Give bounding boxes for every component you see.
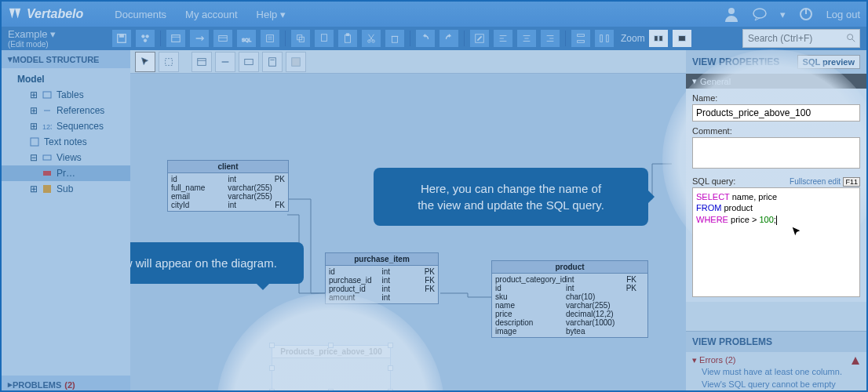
tree-views[interactable]: ⊟Views — [2, 150, 130, 165]
svg-text:123: 123 — [42, 123, 52, 131]
svg-rect-49 — [43, 171, 51, 176]
errors-header[interactable]: ▾ Errors (2) — [692, 355, 860, 365]
tree-model[interactable]: Model — [2, 71, 130, 87]
view-properties-header: VIEW PROPERTIES SQL preview — [686, 50, 866, 74]
tree-view-item[interactable]: Pr… — [2, 165, 130, 181]
copy-button[interactable] — [314, 29, 334, 48]
svg-rect-51 — [166, 58, 173, 65]
entity-column: imagebytea — [495, 327, 644, 336]
svg-text:SQL: SQL — [242, 37, 252, 42]
svg-point-8 — [144, 39, 147, 42]
chat-icon[interactable] — [752, 6, 768, 22]
tree-references[interactable]: ⊞References — [2, 103, 130, 118]
svg-point-7 — [146, 35, 149, 38]
reference-button[interactable] — [189, 29, 210, 48]
view-problems-header[interactable]: VIEW PROBLEMS — [686, 331, 866, 352]
add-table-tool[interactable] — [191, 52, 212, 72]
brand-text: Vertabelo — [27, 7, 83, 21]
doc-title[interactable]: Example ▾ (Edit mode) — [8, 28, 102, 49]
save-button[interactable] — [111, 29, 132, 48]
delete-button[interactable] — [385, 29, 405, 48]
entity-column: namevarchar(255) — [495, 301, 644, 310]
tree-tables[interactable]: ⊞Tables — [2, 87, 130, 103]
distribute-v-button[interactable] — [571, 29, 591, 48]
menu-help[interactable]: Help ▾ — [257, 9, 286, 20]
table-button[interactable] — [166, 29, 186, 48]
svg-rect-38 — [600, 35, 603, 42]
diagram-area[interactable]: client idintPKfull_namevarchar(255)email… — [130, 74, 686, 392]
svg-rect-48 — [43, 155, 51, 160]
svg-rect-11 — [219, 36, 228, 42]
sql-query-editor[interactable]: SELECT name, price FROM product WHERE pr… — [692, 187, 860, 297]
entity-column: idintPK — [495, 284, 644, 292]
entity-product[interactable]: product product_category_idintFKidintPKs… — [491, 260, 648, 338]
svg-rect-42 — [678, 36, 685, 42]
svg-point-6 — [142, 35, 145, 38]
sql-label: SQL query: — [692, 176, 735, 186]
tree-sequences[interactable]: ⊞123Sequences — [2, 118, 130, 134]
model-structure-header[interactable]: ▾ MODEL STRUCTURE — [2, 50, 130, 68]
callout-view-appear: A view will appear on the diagram. — [130, 242, 304, 284]
fit-screen-button[interactable] — [672, 29, 692, 48]
add-ref-tool[interactable] — [215, 52, 235, 72]
add-view-tool[interactable] — [239, 52, 259, 72]
entity-column: amountint — [329, 293, 435, 302]
view-name-input[interactable] — [692, 104, 860, 122]
sql-button[interactable]: SQL — [236, 29, 257, 48]
top-bar: Vertabelo Documents My account Help ▾ ▾ … — [2, 2, 866, 27]
svg-rect-47 — [31, 138, 38, 146]
svg-rect-9 — [172, 35, 181, 42]
entity-column: pricedecimal(12,2) — [495, 310, 644, 318]
zoom-label: Zoom — [621, 33, 645, 44]
svg-rect-19 — [322, 34, 327, 42]
undo-button[interactable] — [415, 29, 436, 48]
search-button[interactable] — [843, 31, 859, 46]
menu-account[interactable]: My account — [185, 9, 237, 20]
menu-documents[interactable]: Documents — [115, 9, 166, 20]
svg-rect-40 — [654, 36, 657, 42]
tree-text-notes[interactable]: Text notes — [2, 134, 130, 150]
comment-input[interactable] — [692, 137, 860, 169]
sql-preview-button[interactable]: SQL preview — [797, 55, 860, 69]
entity-client[interactable]: client idintPKfull_namevarchar(255)email… — [167, 160, 289, 212]
fit-width-button[interactable] — [648, 29, 669, 48]
view-button[interactable] — [213, 29, 233, 48]
general-section-header[interactable]: ▾ General — [686, 74, 866, 89]
user-icon[interactable] — [724, 6, 739, 22]
power-icon[interactable] — [798, 6, 814, 22]
entity-column: product_idintFK — [329, 285, 435, 293]
pointer-tool[interactable] — [135, 52, 155, 72]
align-center-button[interactable] — [516, 29, 537, 48]
view-products-price[interactable]: Products_price_above_100 — [272, 345, 391, 392]
callout-change-name: Here, you can change the name ofthe view… — [374, 168, 648, 226]
svg-point-0 — [728, 8, 735, 14]
marquee-tool[interactable] — [159, 52, 179, 72]
align-left-button[interactable] — [493, 29, 513, 48]
note-button[interactable] — [260, 29, 280, 48]
tree-subject[interactable]: ⊞Sub — [2, 181, 130, 197]
edit-button[interactable] — [469, 29, 490, 48]
svg-rect-52 — [198, 58, 206, 65]
redo-button[interactable] — [439, 29, 459, 48]
brand-logo[interactable]: Vertabelo — [8, 7, 83, 21]
align-right-button[interactable] — [540, 29, 560, 48]
svg-rect-37 — [578, 41, 585, 43]
duplicate-button[interactable] — [290, 29, 311, 48]
sidebar-problems-header[interactable]: ▸ PROBLEMS (2) — [2, 376, 130, 392]
add-area-tool[interactable] — [286, 52, 306, 72]
svg-rect-24 — [392, 36, 398, 42]
error-item[interactable]: View's SQL query cannot be empty — [692, 378, 860, 390]
canvas[interactable]: client idintPKfull_namevarchar(255)email… — [130, 50, 686, 392]
entity-purchase-item[interactable]: purchase_item idintPKpurchase_idintFKpro… — [325, 252, 439, 304]
add-note-tool[interactable] — [262, 52, 283, 72]
entity-header: product — [492, 261, 647, 274]
distribute-h-button[interactable] — [594, 29, 615, 48]
paste-button[interactable] — [337, 29, 358, 48]
cut-button[interactable] — [361, 29, 381, 48]
logout-link[interactable]: Log out — [826, 9, 860, 20]
svg-rect-20 — [345, 35, 351, 43]
share-button[interactable] — [135, 29, 155, 48]
sidebar: ▾ MODEL STRUCTURE Model ⊞Tables ⊞Referen… — [2, 50, 130, 392]
error-item[interactable]: View must have at least one column. — [692, 365, 860, 378]
fullscreen-edit-link[interactable]: Fullscreen edit — [790, 177, 841, 186]
